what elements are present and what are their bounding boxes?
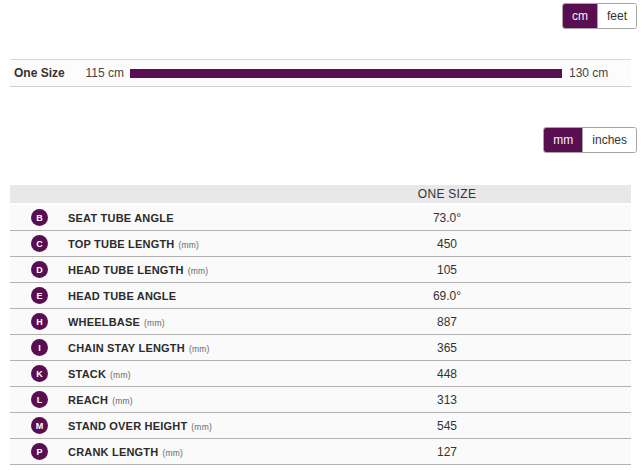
size-max-label: 130 cm — [569, 66, 631, 80]
size-min-label: 115 cm — [80, 66, 124, 80]
dimension-label-text: TOP TUBE LENGTH — [68, 238, 175, 250]
dimension-label: STAND OVER HEIGHT(mm) — [68, 420, 212, 432]
dimension-label: HEAD TUBE ANGLE — [68, 290, 180, 302]
dimension-label: CHAIN STAY LENGTH(mm) — [68, 342, 210, 354]
row-label-cell: D HEAD TUBE LENGTH(mm) — [10, 261, 263, 278]
dimension-badge: D — [31, 261, 48, 278]
table-row: M STAND OVER HEIGHT(mm) 545 — [10, 413, 631, 439]
table-row: E HEAD TUBE ANGLE 69.0° — [10, 283, 631, 309]
dimension-label-text: WHEELBASE — [68, 316, 140, 328]
table-row: K STACK(mm) 448 — [10, 361, 631, 387]
dimension-unit: (mm) — [179, 240, 200, 250]
table-row: C TOP TUBE LENGTH(mm) 450 — [10, 231, 631, 257]
geometry-table-body: B SEAT TUBE ANGLE 73.0° C TOP TUBE LENGT… — [10, 203, 631, 465]
size-chart-row: One Size 115 cm 130 cm — [10, 59, 631, 87]
geometry-table-header: ONE SIZE — [10, 185, 631, 203]
dimension-value: 365 — [263, 341, 631, 355]
dimension-label-text: STACK — [68, 368, 106, 380]
frame-unit-cm-button[interactable]: cm — [563, 4, 597, 28]
geometry-unit-inches-button[interactable]: inches — [582, 128, 636, 152]
frame-unit-feet-button[interactable]: feet — [597, 4, 636, 28]
dimension-value: 448 — [263, 367, 631, 381]
dimension-value: 887 — [263, 315, 631, 329]
table-row: I CHAIN STAY LENGTH(mm) 365 — [10, 335, 631, 361]
dimension-label-text: CHAIN STAY LENGTH — [68, 342, 185, 354]
dimension-badge: B — [31, 209, 48, 226]
dimension-unit: (mm) — [191, 422, 212, 432]
table-row: L REACH(mm) 313 — [10, 387, 631, 413]
row-label-cell: I CHAIN STAY LENGTH(mm) — [10, 339, 263, 356]
dimension-label: CRANK LENGTH(mm) — [68, 446, 183, 458]
dimension-label: SEAT TUBE ANGLE — [68, 212, 178, 224]
dimension-value: 450 — [263, 237, 631, 251]
row-label-cell: K STACK(mm) — [10, 365, 263, 382]
dimension-value: 127 — [263, 445, 631, 459]
size-name-label: One Size — [10, 66, 80, 80]
dimension-label-text: HEAD TUBE ANGLE — [68, 290, 176, 302]
dimension-label-text: CRANK LENGTH — [68, 446, 158, 458]
size-range-bar — [130, 69, 562, 78]
dimension-unit: (mm) — [110, 370, 131, 380]
dimension-badge: I — [31, 339, 48, 356]
dimension-badge: L — [31, 391, 48, 408]
frame-unit-toggle: cm feet — [562, 3, 637, 29]
row-label-cell: P CRANK LENGTH(mm) — [10, 443, 263, 460]
row-label-cell: E HEAD TUBE ANGLE — [10, 287, 263, 304]
row-label-cell: C TOP TUBE LENGTH(mm) — [10, 235, 263, 252]
dimension-unit: (mm) — [189, 344, 210, 354]
size-column-header: ONE SIZE — [263, 187, 631, 201]
dimension-badge: P — [31, 443, 48, 460]
dimension-label: TOP TUBE LENGTH(mm) — [68, 238, 199, 250]
dimension-value: 545 — [263, 419, 631, 433]
row-label-cell: M STAND OVER HEIGHT(mm) — [10, 417, 263, 434]
dimension-badge: C — [31, 235, 48, 252]
dimension-label-text: REACH — [68, 394, 108, 406]
dimension-unit: (mm) — [112, 396, 133, 406]
geometry-unit-toolbar: mm inches — [0, 87, 641, 153]
dimension-unit: (mm) — [144, 318, 165, 328]
dimension-label: HEAD TUBE LENGTH(mm) — [68, 264, 208, 276]
dimension-label: WHEELBASE(mm) — [68, 316, 165, 328]
frame-unit-toolbar: cm feet — [0, 0, 641, 29]
dimension-label: REACH(mm) — [68, 394, 133, 406]
dimension-label: STACK(mm) — [68, 368, 131, 380]
dimension-badge: H — [31, 313, 48, 330]
table-row: P CRANK LENGTH(mm) 127 — [10, 439, 631, 465]
geometry-unit-mm-button[interactable]: mm — [544, 128, 582, 152]
dimension-label-text: HEAD TUBE LENGTH — [68, 264, 184, 276]
dimension-unit: (mm) — [188, 266, 209, 276]
table-row: D HEAD TUBE LENGTH(mm) 105 — [10, 257, 631, 283]
row-label-cell: H WHEELBASE(mm) — [10, 313, 263, 330]
dimension-badge: K — [31, 365, 48, 382]
dimension-value: 69.0° — [263, 289, 631, 303]
row-label-cell: B SEAT TUBE ANGLE — [10, 209, 263, 226]
geometry-table: ONE SIZE B SEAT TUBE ANGLE 73.0° C TOP T… — [10, 185, 631, 465]
table-row: H WHEELBASE(mm) 887 — [10, 309, 631, 335]
dimension-unit: (mm) — [162, 448, 183, 458]
dimension-badge: M — [31, 417, 48, 434]
row-label-cell: L REACH(mm) — [10, 391, 263, 408]
dimension-badge: E — [31, 287, 48, 304]
table-row: B SEAT TUBE ANGLE 73.0° — [10, 205, 631, 231]
dimension-value: 105 — [263, 263, 631, 277]
dimension-value: 313 — [263, 393, 631, 407]
geometry-unit-toggle: mm inches — [543, 127, 637, 153]
dimension-label-text: SEAT TUBE ANGLE — [68, 212, 174, 224]
dimension-value: 73.0° — [263, 211, 631, 225]
dimension-label-text: STAND OVER HEIGHT — [68, 420, 187, 432]
